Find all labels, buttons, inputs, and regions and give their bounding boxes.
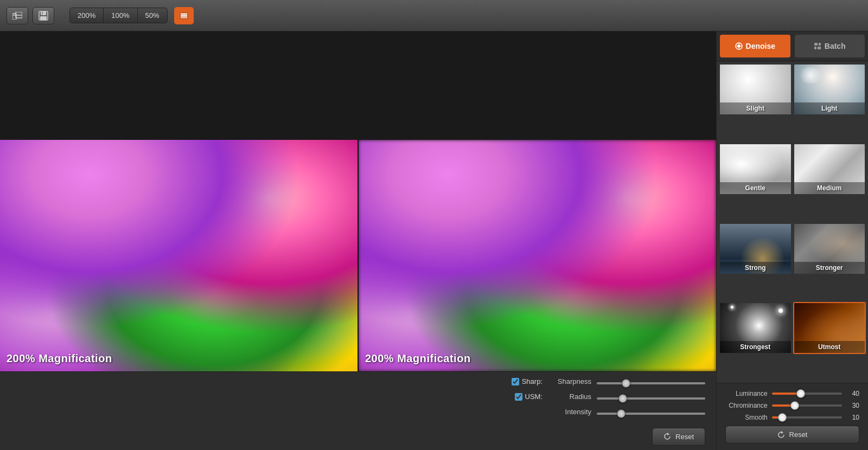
right-magnification-label: 200% Magnification xyxy=(365,352,471,365)
right-reset-label: Reset xyxy=(789,430,808,439)
preset-medium[interactable]: Medium xyxy=(793,143,866,195)
svg-rect-8 xyxy=(180,15,187,17)
intensity-slider-container xyxy=(597,407,705,417)
controls-form: Sharp: Sharpness USM: Radius xyxy=(495,377,705,446)
main-layout: 200% Magnification 200% Magnification Sh… xyxy=(0,31,868,450)
nav-button[interactable] xyxy=(174,7,194,24)
preset-gentle[interactable]: Gentle xyxy=(719,143,792,195)
sharp-checkbox[interactable] xyxy=(512,378,519,385)
flower-image-left xyxy=(0,140,358,371)
zoom-200-button[interactable]: 200% xyxy=(70,8,104,23)
radius-name: Radius xyxy=(548,393,591,401)
tab-batch[interactable]: Batch xyxy=(795,35,865,57)
flower-image-right xyxy=(359,140,716,371)
intensity-name: Intensity xyxy=(548,408,591,416)
usm-checkbox[interactable] xyxy=(515,393,522,401)
preset-stronger-label: Stronger xyxy=(794,262,865,274)
chrominance-value: 30 xyxy=(846,402,859,409)
bottom-reset-label: Reset xyxy=(675,433,694,441)
batch-tab-label: Batch xyxy=(825,42,846,50)
svg-rect-19 xyxy=(818,47,821,49)
radius-slider-container xyxy=(597,392,705,402)
save-button[interactable] xyxy=(33,7,54,24)
image-panel-left: 200% Magnification xyxy=(0,140,359,371)
bottom-reset-button[interactable]: Reset xyxy=(652,428,705,446)
chrominance-row: Chrominance 30 xyxy=(725,402,859,409)
image-panel-right: 200% Magnification xyxy=(359,140,716,371)
chrominance-label: Chrominance xyxy=(725,402,768,409)
preset-strong-label: Strong xyxy=(720,262,791,274)
open-button[interactable] xyxy=(7,7,28,24)
zoom-100-button[interactable]: 100% xyxy=(104,8,137,23)
preset-light[interactable]: Light xyxy=(793,63,866,115)
preset-utmost[interactable]: Utmost xyxy=(793,302,866,354)
svg-rect-3 xyxy=(41,11,46,15)
sharp-label: Sharp: xyxy=(522,377,542,385)
luminance-slider[interactable] xyxy=(772,393,842,395)
sharp-row: Sharp: Sharpness xyxy=(512,377,705,387)
svg-rect-17 xyxy=(819,43,821,46)
svg-point-11 xyxy=(737,44,741,48)
canvas-area: 200% Magnification 200% Magnification Sh… xyxy=(0,31,716,450)
preset-slight[interactable]: Slight xyxy=(719,63,792,115)
preset-stronger[interactable]: Stronger xyxy=(793,223,866,275)
svg-rect-18 xyxy=(814,47,816,49)
denoise-tab-label: Denoise xyxy=(746,42,775,50)
smooth-value: 10 xyxy=(846,414,859,421)
preset-grid: Slight Light Gentle Medium xyxy=(717,61,868,383)
intensity-slider[interactable] xyxy=(597,413,705,415)
usm-row: USM: Radius xyxy=(515,392,706,402)
sharp-checkbox-label[interactable]: Sharp: xyxy=(512,377,542,385)
preset-medium-label: Medium xyxy=(794,182,865,194)
radius-slider[interactable] xyxy=(597,397,705,400)
preset-slight-label: Slight xyxy=(720,102,791,114)
luminance-row: Luminance 40 xyxy=(725,390,859,397)
preset-strongest-label: Strongest xyxy=(720,341,791,353)
chrominance-slider[interactable] xyxy=(772,404,842,407)
tab-denoise[interactable]: Denoise xyxy=(720,35,790,57)
sharpness-slider[interactable] xyxy=(597,382,705,384)
svg-rect-9 xyxy=(180,17,187,18)
preset-strongest[interactable]: Strongest xyxy=(719,302,792,354)
smooth-label: Smooth xyxy=(725,414,768,421)
sliders-panel: Luminance 40 Chrominance 30 Smooth 10 Re… xyxy=(717,383,868,450)
smooth-row: Smooth 10 xyxy=(725,414,859,421)
sharpness-name: Sharpness xyxy=(548,377,591,385)
svg-rect-16 xyxy=(814,43,818,46)
intensity-row: Intensity xyxy=(495,407,705,417)
luminance-label: Luminance xyxy=(725,390,768,397)
image-compare: 200% Magnification 200% Magnification xyxy=(0,140,716,371)
top-empty-area xyxy=(0,31,716,140)
svg-rect-5 xyxy=(42,12,43,15)
sharpness-slider-container xyxy=(597,377,705,387)
svg-rect-7 xyxy=(180,13,187,15)
preset-strong[interactable]: Strong xyxy=(719,223,792,275)
right-panel: Denoise Batch Slight xyxy=(716,31,868,450)
luminance-value: 40 xyxy=(846,390,859,397)
right-reset-button[interactable]: Reset xyxy=(725,426,859,443)
right-tabs: Denoise Batch xyxy=(717,31,868,61)
preset-light-label: Light xyxy=(794,102,865,114)
zoom-group: 200% 100% 50% xyxy=(69,8,168,23)
zoom-50-button[interactable]: 50% xyxy=(138,8,167,23)
smooth-slider[interactable] xyxy=(772,416,842,419)
left-magnification-label: 200% Magnification xyxy=(7,352,112,365)
preset-gentle-label: Gentle xyxy=(720,182,791,194)
toolbar: 200% 100% 50% xyxy=(0,0,868,31)
usm-label: USM: xyxy=(525,393,543,401)
svg-rect-4 xyxy=(40,16,47,20)
preset-utmost-label: Utmost xyxy=(794,341,865,353)
controls-bottom: Sharp: Sharpness USM: Radius xyxy=(0,371,716,450)
usm-checkbox-label[interactable]: USM: xyxy=(515,393,543,401)
